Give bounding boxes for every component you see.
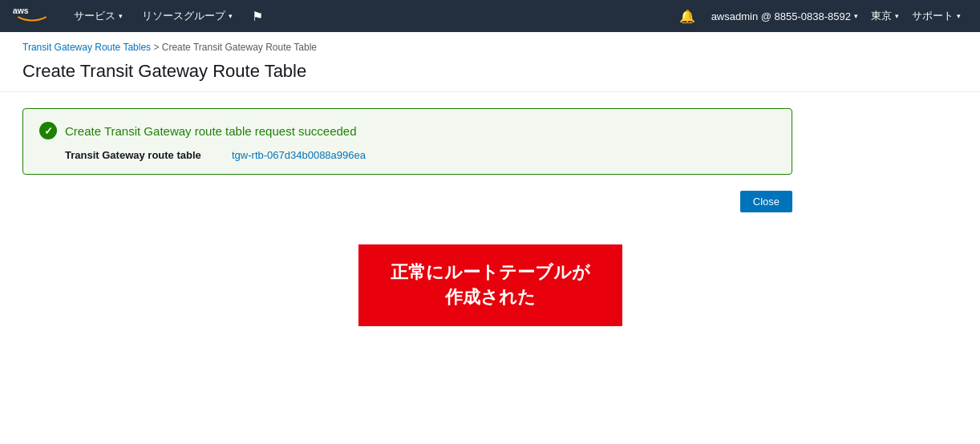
breadcrumb: Transit Gateway Route Tables > Create Tr… [0,32,980,56]
success-header: Create Transit Gateway route table reque… [39,122,775,139]
annotation-box: 正常にルートテーブルが 作成された [358,244,622,326]
breadcrumb-current: Create Transit Gateway Route Table [162,42,317,53]
success-box: Create Transit Gateway route table reque… [22,108,792,175]
success-detail-row: Transit Gateway route table tgw-rtb-067d… [39,149,775,161]
close-row: Close [22,191,792,212]
bookmark-icon[interactable]: ⚑ [242,9,273,24]
close-button[interactable]: Close [740,191,792,212]
annotation-line1: 正常にルートテーブルが [391,260,590,285]
success-check-icon [39,122,57,139]
nav-services[interactable]: サービス ▾ [64,0,132,32]
nav-services-label: サービス [74,9,115,23]
success-title: Create Transit Gateway route table reque… [65,124,357,138]
nav-account[interactable]: awsadmin @ 8855-0838-8592 ▾ [705,10,865,22]
nav-region[interactable]: 東京 ▾ [865,9,905,23]
annotation-banner: 正常にルートテーブルが 作成された [22,244,958,326]
nav-support-label: サポート [912,9,954,23]
nav-resource-groups[interactable]: リソースグループ ▾ [132,0,242,32]
svg-text:aws: aws [13,6,29,15]
aws-logo[interactable]: aws [13,5,51,27]
annotation-line2: 作成された [391,285,590,310]
notification-bell-icon[interactable]: 🔔 [670,9,705,24]
nav-account-chevron: ▾ [854,12,858,20]
nav-support[interactable]: サポート ▾ [905,9,967,23]
transit-gateway-route-table-link[interactable]: tgw-rtb-067d34b0088a996ea [232,149,366,161]
nav-right-section: 🔔 awsadmin @ 8855-0838-8592 ▾ 東京 ▾ サポート … [670,9,967,24]
nav-services-chevron: ▾ [119,12,123,20]
nav-region-chevron: ▾ [895,12,899,20]
main-content: Create Transit Gateway route table reque… [0,108,980,326]
nav-support-chevron: ▾ [957,12,961,20]
success-detail-label: Transit Gateway route table [65,149,225,161]
nav-account-label: awsadmin @ 8855-0838-8592 [711,10,851,22]
nav-region-label: 東京 [871,9,892,23]
breadcrumb-parent-link[interactable]: Transit Gateway Route Tables [22,42,151,53]
breadcrumb-separator: > [153,42,161,53]
nav-resource-groups-chevron: ▾ [229,12,233,20]
top-navigation: aws サービス ▾ リソースグループ ▾ ⚑ 🔔 awsadmin @ 885… [0,0,980,32]
page-title: Create Transit Gateway Route Table [0,56,980,92]
nav-resource-groups-label: リソースグループ [142,9,225,23]
